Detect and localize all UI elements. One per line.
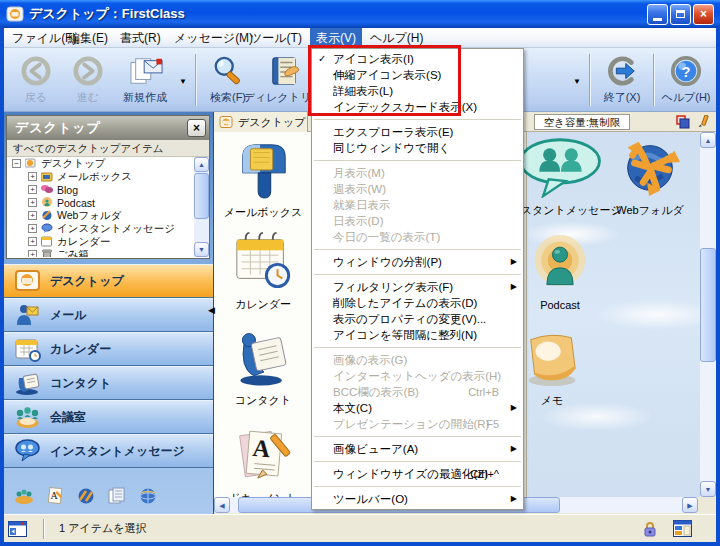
tree-item-blog[interactable]: + Blog bbox=[7, 183, 209, 196]
new-dropdown-arrow[interactable]: ▼ bbox=[176, 62, 190, 102]
webfolder-icon bbox=[616, 134, 684, 202]
desktop-item-documents[interactable]: A ドキュメント bbox=[220, 424, 306, 506]
menu-item-show-deleted-items[interactable]: 削除したアイテムの表示(D) bbox=[312, 295, 523, 311]
tree-item-webfolder[interactable]: + Webフォルダ bbox=[7, 209, 209, 222]
tree-item-trash[interactable]: + ごみ箱 bbox=[7, 248, 209, 257]
scroll-right-icon[interactable]: ▶ bbox=[682, 497, 698, 513]
expand-icon[interactable]: + bbox=[28, 211, 37, 220]
expand-icon[interactable]: + bbox=[28, 198, 37, 207]
menu-item-open-same-window[interactable]: 同じウィンドウで開く bbox=[312, 140, 523, 156]
exit-button[interactable]: 終了(X) bbox=[596, 52, 648, 108]
tree-item-desktop[interactable]: − デスクトップ bbox=[7, 157, 209, 170]
help-label: ヘルプ(H) bbox=[661, 90, 710, 105]
expand-icon[interactable]: + bbox=[28, 172, 37, 181]
menu-item-day-view[interactable]: 日表示(D) bbox=[312, 213, 523, 229]
menu-item-week-view[interactable]: 週表示(W) bbox=[312, 181, 523, 197]
desktop-item-contacts[interactable]: コンタクト bbox=[220, 326, 306, 408]
expand-icon[interactable]: + bbox=[28, 237, 37, 246]
desktop-item-podcast[interactable]: Podcast bbox=[514, 234, 606, 311]
scroll-down-icon[interactable]: ▼ bbox=[194, 242, 209, 257]
menu-separator bbox=[314, 436, 521, 437]
expand-icon[interactable]: + bbox=[28, 185, 37, 194]
document-mini-icon[interactable]: A bbox=[45, 487, 65, 505]
menu-item-image-viewer[interactable]: 画像ビューア(A) bbox=[312, 441, 523, 457]
nav-contacts[interactable]: コンタクト bbox=[4, 366, 213, 400]
tree-item-calendar[interactable]: + カレンダー bbox=[7, 235, 209, 248]
menu-item-month-view[interactable]: 月表示(M) bbox=[312, 165, 523, 181]
menu-item-split-window[interactable]: ウィンドウの分割(P) bbox=[312, 254, 523, 270]
menu-item-arrange-icons-evenly[interactable]: アイコンを等間隔に整列(N) bbox=[312, 327, 523, 343]
menu-item-explorer-view[interactable]: エクスプローラ表示(E) bbox=[312, 124, 523, 140]
nav-label: インスタントメッセージ bbox=[50, 443, 185, 460]
minimize-button[interactable] bbox=[647, 4, 668, 25]
close-button[interactable]: × bbox=[693, 4, 714, 25]
directory-button[interactable]: ディレクトリ(R) bbox=[254, 52, 316, 108]
expand-icon[interactable]: + bbox=[28, 224, 37, 233]
help-button[interactable]: ? ヘルプ(H) bbox=[660, 52, 712, 108]
pencil-icon[interactable] bbox=[697, 115, 711, 129]
scrollbar-thumb[interactable] bbox=[194, 173, 209, 219]
menu-item-optimize-window-size[interactable]: ウィンドウサイズの最適化(Z) Ctrl+^ bbox=[312, 466, 523, 482]
menu-item-label: 本文(C) bbox=[333, 402, 372, 414]
desktop-panel-title: デスクトップ bbox=[15, 119, 187, 137]
splitter-collapse-icon[interactable]: ◀ bbox=[208, 305, 215, 315]
toolbar-overflow-arrow[interactable]: ▼ bbox=[570, 62, 584, 102]
menu-item-today-list-view[interactable]: 今日の一覧の表示(T) bbox=[312, 229, 523, 245]
tree-item-im[interactable]: + インスタントメッセージ bbox=[7, 222, 209, 235]
menu-edit[interactable]: 編集(E) bbox=[62, 28, 114, 48]
nav-calendar[interactable]: カレンダー bbox=[4, 332, 213, 366]
vertical-scrollbar[interactable]: ▲ ▼ bbox=[700, 132, 716, 497]
desktop-item-label: メールボックス bbox=[224, 205, 303, 220]
back-label: 戻る bbox=[25, 90, 47, 105]
tree-item-mailbox[interactable]: + メールボックス bbox=[7, 170, 209, 183]
menu-tools[interactable]: ツール(T) bbox=[244, 28, 308, 48]
menu-item-start-presentation[interactable]: プレゼンテーションの開始(R) F5 bbox=[312, 416, 523, 432]
maximize-button[interactable] bbox=[670, 4, 691, 25]
panel-toggle-icon[interactable] bbox=[8, 521, 27, 537]
nav-instant-message[interactable]: インスタントメッセージ bbox=[4, 434, 213, 468]
expand-icon[interactable]: + bbox=[28, 250, 37, 257]
scrollbar-thumb[interactable] bbox=[700, 248, 716, 362]
scroll-left-icon[interactable]: ◀ bbox=[214, 497, 230, 513]
desktop-item-webfolder[interactable]: Webフォルダ bbox=[604, 134, 696, 218]
scroll-up-icon[interactable]: ▲ bbox=[700, 132, 716, 148]
sidebar-quick-icons: A bbox=[4, 482, 213, 510]
menu-item-workday-view[interactable]: 就業日表示 bbox=[312, 197, 523, 213]
exit-icon bbox=[605, 55, 639, 87]
news-mini-icon[interactable] bbox=[107, 487, 127, 505]
collapse-icon[interactable]: − bbox=[12, 159, 21, 168]
web-mini-icon[interactable] bbox=[138, 487, 158, 505]
nav-label: カレンダー bbox=[50, 341, 111, 358]
desktop-item-mailbox[interactable]: メールボックス bbox=[220, 138, 306, 220]
desktop-panel: デスクトップ × すべてのデスクトップアイテム − デスクトップ + メールボッ… bbox=[6, 115, 210, 259]
menu-item-show-internet-headers[interactable]: インターネットヘッダの表示(H) bbox=[312, 368, 523, 384]
layout-grid-icon[interactable] bbox=[673, 520, 692, 537]
menu-item-body[interactable]: 本文(C) bbox=[312, 400, 523, 416]
new-button[interactable]: 新規作成 bbox=[114, 52, 176, 108]
menu-item-label: ツールバー(O) bbox=[333, 493, 408, 505]
free-space-indicator: 空き容量:無制限 bbox=[534, 114, 630, 130]
back-button[interactable]: 戻る bbox=[10, 52, 62, 108]
panel-close-button[interactable]: × bbox=[187, 119, 206, 137]
menu-item-show-bcc-field[interactable]: BCC欄の表示(B) Ctrl+B bbox=[312, 384, 523, 400]
scroll-down-icon[interactable]: ▼ bbox=[700, 481, 716, 497]
tree-item-podcast[interactable]: + Podcast bbox=[7, 196, 209, 209]
nav-conferences[interactable]: 会議室 bbox=[4, 400, 213, 434]
webfolder-mini-icon[interactable] bbox=[76, 487, 96, 505]
menu-item-toolbar[interactable]: ツールバー(O) bbox=[312, 491, 523, 507]
menu-item-show-images[interactable]: 画像の表示(G) bbox=[312, 352, 523, 368]
tree-scrollbar[interactable]: ▲ ▼ bbox=[194, 157, 209, 257]
menu-item-change-view-properties[interactable]: 表示のプロパティの変更(V)... bbox=[312, 311, 523, 327]
menu-item-filtering-view[interactable]: フィルタリング表示(F) bbox=[312, 279, 523, 295]
forward-button[interactable]: 進む bbox=[62, 52, 114, 108]
nav-desktop[interactable]: デスクトップ bbox=[4, 264, 213, 298]
conference-mini-icon[interactable] bbox=[14, 487, 34, 505]
menu-format[interactable]: 書式(R) bbox=[114, 28, 167, 48]
scroll-up-icon[interactable]: ▲ bbox=[194, 157, 209, 172]
nav-mail[interactable]: メール bbox=[4, 298, 213, 332]
layers-icon[interactable] bbox=[676, 115, 690, 129]
toolbar-separator bbox=[653, 54, 655, 106]
desktop-item-calendar[interactable]: カレンダー bbox=[220, 228, 306, 312]
menu-item-label: 画像ビューア(A) bbox=[333, 443, 418, 455]
tab-desktop[interactable]: デスクトップ bbox=[214, 112, 308, 132]
